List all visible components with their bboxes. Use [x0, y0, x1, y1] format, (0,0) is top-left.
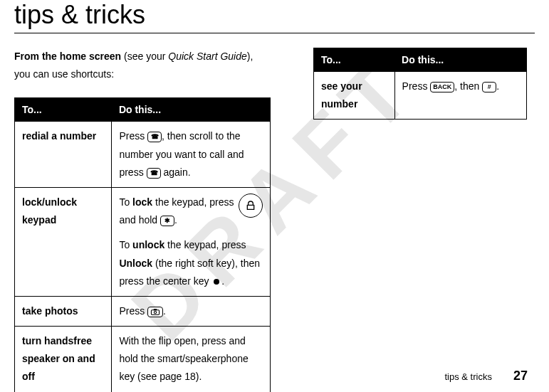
right-column: To... Do this... see your number Press B… — [313, 48, 527, 392]
row-to: turn handsfree speaker on and off — [15, 327, 112, 392]
text-b: . — [163, 305, 166, 317]
text-a: Press — [402, 80, 431, 92]
text-a: Press — [119, 130, 147, 142]
center-key-icon — [211, 277, 221, 287]
intro-bold: From the home screen — [14, 51, 121, 62]
svg-rect-2 — [154, 309, 157, 310]
table-row: take photos Press . — [15, 296, 271, 326]
row-to: lock/unlock keypad — [15, 187, 112, 296]
table-row: redial a number Press ☎, then scroll to … — [15, 122, 271, 188]
table-header-row: To... Do this... — [15, 98, 271, 122]
intro-italic: Quick Start Guide — [168, 51, 247, 62]
svg-rect-0 — [152, 310, 160, 315]
row-do: Press . — [112, 296, 271, 326]
row-to: see your number — [314, 72, 395, 120]
call-key-icon: ☎ — [147, 132, 162, 142]
row-to: redial a number — [15, 122, 112, 188]
p1d: . — [174, 214, 177, 226]
p2f: . — [221, 275, 224, 287]
th-do: Do this... — [112, 98, 271, 122]
text-c: again. — [161, 166, 191, 178]
back-key-icon: BACK — [430, 82, 454, 92]
intro-mid: (see your — [121, 51, 168, 62]
text-a: Press — [119, 305, 147, 317]
p1b: lock — [132, 196, 152, 208]
th-do: Do this... — [394, 48, 526, 72]
row-to: take photos — [15, 296, 112, 326]
text-c: . — [496, 80, 499, 92]
table-row: see your number Press BACK, then #. — [314, 72, 527, 120]
row-do: Press BACK, then #. — [394, 72, 526, 120]
page-title: tips & tricks — [14, 0, 535, 33]
p2d: Unlock — [119, 258, 152, 269]
p2c: the keypad, press — [164, 239, 246, 250]
table-header-row: To... Do this... — [314, 48, 527, 72]
row-do: Press ☎, then scroll to the number you w… — [112, 122, 271, 188]
lock-circle-icon — [239, 194, 263, 218]
svg-point-1 — [154, 312, 156, 314]
hash-key-icon: # — [482, 82, 496, 92]
row-do: With the flip open, press and hold the s… — [112, 327, 271, 392]
left-table: To... Do this... redial a number Press ☎… — [14, 97, 271, 392]
th-to: To... — [314, 48, 395, 72]
p2a: To — [119, 239, 132, 250]
left-column: From the home screen (see your Quick Sta… — [14, 48, 271, 392]
table-row: lock/unlock keypad To lock the keypad, p… — [15, 187, 271, 296]
row-do: To lock the keypad, press and hold ✱. To… — [112, 187, 271, 296]
table-row: turn handsfree speaker on and off With t… — [15, 327, 271, 392]
right-table: To... Do this... see your number Press B… — [313, 48, 527, 120]
intro-text: From the home screen (see your Quick Sta… — [14, 48, 271, 83]
text-b: , then — [454, 80, 482, 92]
padlock-icon — [245, 200, 256, 211]
star-key-icon: ✱ — [160, 216, 174, 226]
call-key-icon: ☎ — [147, 168, 161, 179]
th-to: To... — [15, 98, 112, 122]
camera-key-icon — [147, 307, 163, 317]
p1a: To — [119, 196, 132, 208]
p2b: unlock — [132, 239, 164, 250]
